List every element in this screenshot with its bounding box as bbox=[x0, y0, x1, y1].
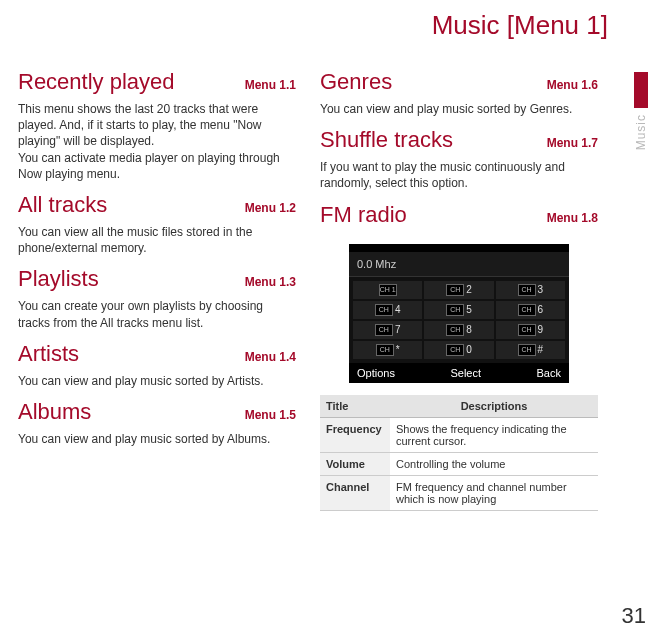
softkey-select: Select bbox=[450, 367, 481, 379]
section-albums: Albums Menu 1.5 You can view and play mu… bbox=[18, 389, 296, 447]
section-title: Playlists bbox=[18, 266, 99, 292]
section-menu-ref: Menu 1.2 bbox=[245, 201, 296, 215]
fm-channel-grid: CH 1 CH2 CH3 CH4 CH5 CH6 CH7 CH8 CH9 CH*… bbox=[349, 277, 569, 363]
row-desc: Shows the frequency indicating the curre… bbox=[390, 417, 598, 452]
section-title: All tracks bbox=[18, 192, 107, 218]
channel-box-icon: CH bbox=[518, 344, 536, 356]
table-row: Channel FM frequency and channel number … bbox=[320, 475, 598, 510]
fm-channel-4: CH4 bbox=[353, 301, 422, 319]
table-header-title: Title bbox=[320, 395, 390, 418]
row-title: Channel bbox=[320, 475, 390, 510]
fm-frequency-display: 0.0 Mhz bbox=[349, 252, 569, 277]
fm-channel-1: CH 1 bbox=[353, 281, 422, 299]
section-menu-ref: Menu 1.1 bbox=[245, 78, 296, 92]
section-title: FM radio bbox=[320, 202, 407, 228]
fm-channel-8: CH8 bbox=[424, 321, 493, 339]
channel-box-icon: CH bbox=[518, 304, 536, 316]
fm-softkeys: Options Select Back bbox=[349, 363, 569, 383]
softkey-back: Back bbox=[537, 367, 561, 379]
section-title: Albums bbox=[18, 399, 91, 425]
side-tab-label: Music bbox=[634, 114, 648, 150]
fm-info-table: Title Descriptions Frequency Shows the f… bbox=[320, 395, 598, 511]
page-number: 31 bbox=[622, 603, 646, 629]
fm-channel-7: CH7 bbox=[353, 321, 422, 339]
side-tab: Music bbox=[632, 72, 650, 150]
channel-box-icon: CH bbox=[518, 284, 536, 296]
fm-channel-0: CH0 bbox=[424, 341, 493, 359]
channel-box-icon: CH bbox=[518, 324, 536, 336]
section-body: You can view and play music sorted by Ar… bbox=[18, 373, 296, 389]
channel-box-icon: CH bbox=[446, 344, 464, 356]
section-menu-ref: Menu 1.3 bbox=[245, 275, 296, 289]
fm-statusbar bbox=[349, 244, 569, 252]
fm-channel-2: CH2 bbox=[424, 281, 493, 299]
section-recently-played: Recently played Menu 1.1 This menu shows… bbox=[18, 59, 296, 182]
channel-box-icon: CH bbox=[375, 324, 393, 336]
fm-channel-3: CH3 bbox=[496, 281, 565, 299]
fm-channel-5: CH5 bbox=[424, 301, 493, 319]
row-desc: Controlling the volume bbox=[390, 452, 598, 475]
section-body: You can view and play music sorted by Al… bbox=[18, 431, 296, 447]
content-columns: Recently played Menu 1.1 This menu shows… bbox=[18, 59, 642, 511]
section-menu-ref: Menu 1.5 bbox=[245, 408, 296, 422]
table-row: Frequency Shows the frequency indicating… bbox=[320, 417, 598, 452]
section-body: This menu shows the last 20 tracks that … bbox=[18, 101, 296, 182]
column-left: Recently played Menu 1.1 This menu shows… bbox=[18, 59, 296, 511]
channel-box-icon: CH bbox=[446, 304, 464, 316]
section-menu-ref: Menu 1.8 bbox=[547, 211, 598, 225]
fm-key-hash: CH# bbox=[496, 341, 565, 359]
section-body: You can view and play music sorted by Ge… bbox=[320, 101, 598, 117]
section-shuffle-tracks: Shuffle tracks Menu 1.7 If you want to p… bbox=[320, 117, 598, 191]
section-genres: Genres Menu 1.6 You can view and play mu… bbox=[320, 59, 598, 117]
section-fm-radio: FM radio Menu 1.8 bbox=[320, 192, 598, 234]
channel-box-icon: CH bbox=[376, 344, 394, 356]
section-menu-ref: Menu 1.6 bbox=[547, 78, 598, 92]
section-title: Shuffle tracks bbox=[320, 127, 453, 153]
row-desc: FM frequency and channel number which is… bbox=[390, 475, 598, 510]
channel-box-icon: CH bbox=[446, 324, 464, 336]
fm-key-star: CH* bbox=[353, 341, 422, 359]
fm-channel-6: CH6 bbox=[496, 301, 565, 319]
section-menu-ref: Menu 1.4 bbox=[245, 350, 296, 364]
section-playlists: Playlists Menu 1.3 You can create your o… bbox=[18, 256, 296, 330]
section-body: You can create your own playlists by cho… bbox=[18, 298, 296, 330]
column-right: Genres Menu 1.6 You can view and play mu… bbox=[320, 59, 598, 511]
channel-box-icon: CH bbox=[375, 304, 393, 316]
section-body: You can view all the music files stored … bbox=[18, 224, 296, 256]
section-artists: Artists Menu 1.4 You can view and play m… bbox=[18, 331, 296, 389]
section-body: If you want to play the music continuous… bbox=[320, 159, 598, 191]
section-title: Artists bbox=[18, 341, 79, 367]
fm-channel-9: CH9 bbox=[496, 321, 565, 339]
fm-radio-screenshot: 0.0 Mhz CH 1 CH2 CH3 CH4 CH5 CH6 CH7 CH8… bbox=[349, 244, 569, 383]
channel-box-icon: CH 1 bbox=[379, 284, 397, 296]
softkey-options: Options bbox=[357, 367, 395, 379]
section-menu-ref: Menu 1.7 bbox=[547, 136, 598, 150]
section-title: Genres bbox=[320, 69, 392, 95]
row-title: Volume bbox=[320, 452, 390, 475]
row-title: Frequency bbox=[320, 417, 390, 452]
table-header-descriptions: Descriptions bbox=[390, 395, 598, 418]
table-row: Volume Controlling the volume bbox=[320, 452, 598, 475]
page-title: Music [Menu 1] bbox=[18, 10, 642, 41]
channel-box-icon: CH bbox=[446, 284, 464, 296]
section-title: Recently played bbox=[18, 69, 175, 95]
side-tab-marker bbox=[634, 72, 648, 108]
section-all-tracks: All tracks Menu 1.2 You can view all the… bbox=[18, 182, 296, 256]
